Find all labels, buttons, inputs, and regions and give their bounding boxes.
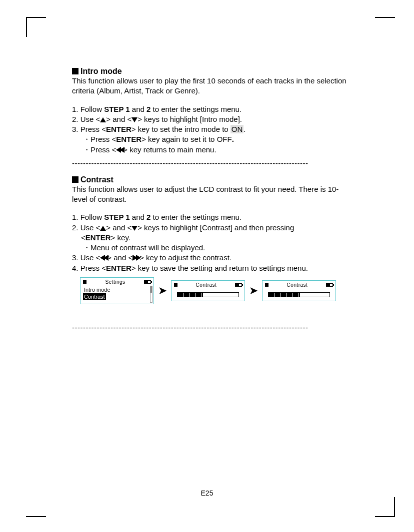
triangle-up-icon xyxy=(100,226,106,231)
screen-title: Contrast xyxy=(178,282,235,288)
crop-mark-tr xyxy=(375,17,395,37)
separator: ----------------------------------------… xyxy=(72,323,352,332)
screen-title: Contrast xyxy=(268,282,326,288)
intro-step-3: 3. Press <ENTER> key to set the intro mo… xyxy=(72,124,352,134)
status-square-icon xyxy=(265,283,268,287)
square-bullet-icon xyxy=(72,68,78,74)
status-square-icon xyxy=(174,283,178,287)
lcd-screens-row: Settings Intro mode Contrast ➤ Contrast … xyxy=(80,277,352,304)
contrast-step-2b: <ENTER> key. xyxy=(72,233,352,243)
contrast-desc: This function allows user to adjust the … xyxy=(72,184,352,205)
lcd-screen-contrast-1: Contrast xyxy=(171,280,245,301)
page-number: E25 xyxy=(0,489,414,497)
crop-mark-bl xyxy=(26,497,46,517)
intro-mode-desc: This function allows user to play the fi… xyxy=(72,76,352,96)
scrollbar xyxy=(150,286,152,303)
page-content: Intro mode This function allows user to … xyxy=(72,67,352,340)
contrast-step-3: 3. Use <> and <> key to adjust the contr… xyxy=(72,253,352,263)
battery-icon xyxy=(326,283,333,287)
on-highlight: ON xyxy=(230,125,244,133)
intro-sub-2: ・Press <> key returns to main menu. xyxy=(72,145,352,155)
contrast-sub-1: ・Menu of contrast will be displayed. xyxy=(72,243,352,253)
intro-sub-1: ・Press <ENTER> key again to set it to OF… xyxy=(72,134,352,144)
intro-mode-heading: Intro mode xyxy=(72,67,352,76)
square-bullet-icon xyxy=(72,176,78,183)
triangle-down-icon xyxy=(132,117,138,122)
contrast-bar xyxy=(177,292,239,297)
triangle-down-icon xyxy=(132,226,138,231)
arrow-right-icon: ➤ xyxy=(158,284,167,297)
contrast-title: Contrast xyxy=(80,175,114,184)
crop-mark-br xyxy=(375,497,395,517)
arrow-right-icon: ➤ xyxy=(249,284,258,297)
separator: ----------------------------------------… xyxy=(72,159,352,167)
contrast-bar xyxy=(268,292,330,297)
intro-mode-title: Intro mode xyxy=(80,67,122,75)
lcd-screen-settings: Settings Intro mode Contrast xyxy=(80,277,154,304)
menu-item-contrast-selected: Contrast xyxy=(83,293,106,300)
contrast-step-1: 1. Follow STEP 1 and 2 to enter the sett… xyxy=(72,212,352,222)
intro-step-1: 1. Follow STEP 1 and 2 to enter the sett… xyxy=(72,104,352,114)
battery-icon xyxy=(235,283,242,287)
triangle-up-icon xyxy=(100,117,106,122)
lcd-screen-contrast-2: Contrast xyxy=(262,280,336,301)
crop-mark-tl xyxy=(26,17,46,37)
intro-step-2: 2. Use <> and <> keys to highlight [Intr… xyxy=(72,114,352,124)
battery-icon xyxy=(144,280,151,284)
status-square-icon xyxy=(83,280,86,284)
screen-title: Settings xyxy=(86,279,144,285)
contrast-step-4: 4. Press <ENTER> key to save the setting… xyxy=(72,263,352,273)
contrast-step-2: 2. Use <> and <> keys to highlight [Cont… xyxy=(72,223,352,233)
menu-item-intro-mode: Intro mode xyxy=(83,286,151,293)
contrast-heading: Contrast xyxy=(72,175,352,184)
